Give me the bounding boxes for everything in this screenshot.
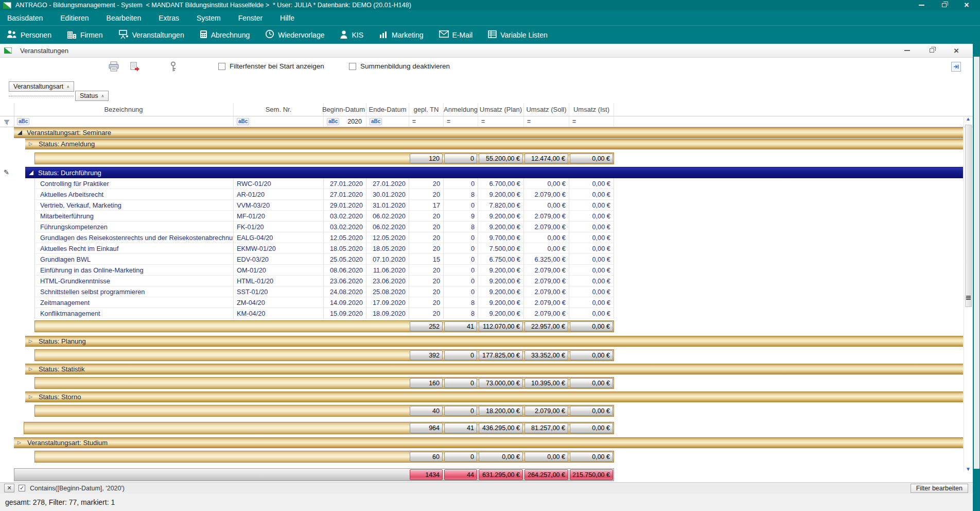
- filterfenster-checkbox[interactable]: Filterfenster bei Start anzeigen: [218, 62, 324, 70]
- column-header-ende-datum[interactable]: Ende-Datum: [366, 103, 409, 116]
- column-header-umsatz-ist[interactable]: Umsatz (Ist): [569, 103, 614, 116]
- table-row[interactable]: Konfliktmanagement KM-04/20 15.09.2020 1…: [0, 308, 973, 319]
- column-header-umsatz-plan[interactable]: Umsatz (Plan): [478, 103, 524, 116]
- filter-cell-sem-nr[interactable]: aBc: [234, 116, 324, 127]
- toolbar-veranstaltungen[interactable]: Veranstaltungen: [118, 30, 184, 40]
- table-row[interactable]: Grundlagen BWL EDV-03/20 25.05.2020 07.1…: [0, 254, 973, 265]
- summary-umsatz-plan: 18.200,00 €: [479, 406, 523, 416]
- toolbar-firmen[interactable]: Firmen: [67, 30, 103, 40]
- inner-close-button[interactable]: ×: [951, 46, 961, 55]
- group-connector-line: [9, 96, 74, 96]
- wiedervorlage-icon: [265, 29, 274, 40]
- table-row[interactable]: Grundlagen des Reisekostenrechts und der…: [0, 232, 973, 243]
- cell-umsatz-plan: 9.200,00 €: [478, 189, 524, 200]
- group-chip-veranstaltungsart[interactable]: Veranstaltungsart ∧: [9, 81, 74, 92]
- cell-sem-nr: EALG-04/20: [234, 232, 324, 243]
- filter-cell-bezeichnung[interactable]: aBc: [14, 116, 234, 127]
- export-button[interactable]: [130, 61, 140, 74]
- table-row[interactable]: Zeitmanagement ZM-04/20 14.09.2020 17.09…: [0, 297, 973, 308]
- filter-cell-beginn-datum[interactable]: aBc 2020: [324, 116, 366, 127]
- menu-bearbeiten[interactable]: Bearbeiten: [107, 14, 142, 22]
- table-row[interactable]: Vertrieb, Verkauf, Marketing VVM-03/20 2…: [0, 200, 973, 211]
- summary-umsatz-soll: 12.474,00 €: [524, 154, 568, 163]
- table-row[interactable]: Schnittstellen selbst programmieren SST-…: [0, 286, 973, 297]
- menu-extras[interactable]: Extras: [159, 14, 179, 22]
- toolbar-kis[interactable]: KIS: [340, 30, 363, 40]
- column-header-anmeldung[interactable]: Anmeldung: [444, 103, 478, 116]
- summenbildung-checkbox[interactable]: Summenbildung deaktivieren: [349, 62, 450, 70]
- column-header-beginn-datum[interactable]: Beginn-Datum: [324, 103, 366, 116]
- filter-cell-ende-datum[interactable]: aBc: [366, 116, 409, 127]
- key-button[interactable]: [170, 61, 176, 74]
- expand-icon[interactable]: ▷: [29, 367, 34, 371]
- group-row-planung[interactable]: ▷ Status: Planung: [0, 336, 973, 347]
- table-row[interactable]: Mitarbeiterführung MF-01/20 03.02.2020 0…: [0, 211, 973, 222]
- group-row-statistik[interactable]: ▷ Status: Statistik: [0, 364, 973, 374]
- window-minimize-button[interactable]: [916, 1, 926, 9]
- toolbar-personen[interactable]: Personen: [6, 30, 51, 40]
- abc-filter-icon: aBc: [17, 118, 29, 125]
- inner-restore-button[interactable]: [926, 46, 937, 55]
- expand-icon[interactable]: ▷: [29, 142, 34, 146]
- group-row-storno[interactable]: ▷ Status: Storno: [0, 391, 973, 402]
- toolbar-marketing[interactable]: Marketing: [379, 30, 423, 40]
- filter-active-checkbox[interactable]: ✓: [19, 485, 25, 491]
- column-header-bezeichnung[interactable]: Bezeichnung: [14, 103, 234, 116]
- toolbar-email[interactable]: E-Mail: [439, 30, 473, 39]
- summary-anmeldung: 0: [444, 406, 477, 416]
- group-row-durchfuehrung-selected[interactable]: Status: Durchführung: [0, 167, 973, 178]
- filter-cell-umsatz-soll[interactable]: =: [524, 116, 569, 127]
- group-chip-status[interactable]: Status ∧: [75, 91, 109, 101]
- filter-cell-umsatz-ist[interactable]: =: [569, 116, 614, 127]
- scroll-down-icon[interactable]: ▼: [966, 467, 971, 472]
- expand-icon[interactable]: ▷: [29, 395, 34, 399]
- collapse-icon[interactable]: [29, 171, 33, 175]
- group-row-studium[interactable]: ▷ Veranstaltungsart: Studium: [0, 437, 973, 448]
- table-row[interactable]: Einführung in das Online-Marketing OM-01…: [0, 265, 973, 276]
- filter-cell-gepl-tn[interactable]: =: [409, 116, 444, 127]
- cell-umsatz-soll: 0,00 €: [524, 200, 569, 211]
- menu-basisdaten[interactable]: Basisdaten: [7, 14, 43, 22]
- group-summary-statistik: 160 0 73.000,00 € 10.395,00 € 0,00 €: [0, 377, 973, 389]
- column-header-umsatz-soll[interactable]: Umsatz (Soll): [524, 103, 569, 116]
- group-row-anmeldung[interactable]: ▷ Status: Anmeldung: [0, 139, 973, 149]
- table-row[interactable]: Aktuelles Arbeitsrecht AR-01/20 27.01.20…: [0, 189, 973, 200]
- table-row[interactable]: HTML-Grundkenntnisse HTML-01/20 23.06.20…: [0, 276, 973, 286]
- table-row[interactable]: Aktuelles Recht im Einkauf EKMW-01/20 18…: [0, 243, 973, 254]
- menu-system[interactable]: System: [197, 14, 221, 22]
- filter-cell-anmeldung[interactable]: =: [444, 116, 478, 127]
- toolbar-kis-label: KIS: [352, 31, 363, 39]
- filter-close-button[interactable]: ✕: [4, 484, 14, 492]
- menu-fenster[interactable]: Fenster: [238, 14, 262, 22]
- table-row[interactable]: Controlling für Praktiker RWC-01/20 27.0…: [0, 178, 973, 189]
- group-row-seminare[interactable]: Veranstaltungsart: Seminare: [0, 127, 973, 138]
- expand-icon[interactable]: ▷: [29, 339, 34, 344]
- window-restore-button[interactable]: [939, 1, 949, 9]
- toolbar-abrechnung[interactable]: Abrechnung: [200, 30, 250, 40]
- table-row[interactable]: Führungskompetenzen FK-01/20 03.02.2020 …: [0, 222, 973, 232]
- panel-toggle-button[interactable]: [951, 62, 961, 72]
- column-header-gepl-tn[interactable]: gepl. TN: [409, 103, 444, 116]
- cell-anmeldung: 0: [444, 178, 478, 189]
- mdi-scrollbar-track[interactable]: [974, 57, 979, 469]
- scrollbar-grip-icon[interactable]: [966, 296, 971, 297]
- filter-cell-umsatz-plan[interactable]: =: [478, 116, 524, 127]
- collapse-icon[interactable]: [18, 130, 22, 135]
- inner-minimize-button[interactable]: [902, 46, 912, 55]
- print-button[interactable]: [108, 61, 119, 74]
- antrago-logo-icon: [3, 2, 11, 9]
- summary-gepl-tn: 60: [410, 452, 443, 462]
- filter-edit-button[interactable]: Filter bearbeiten: [911, 484, 968, 493]
- menu-editieren[interactable]: Editieren: [60, 14, 89, 22]
- window-close-button[interactable]: ×: [961, 1, 972, 9]
- column-header-sem-nr[interactable]: Sem. Nr.: [234, 103, 324, 116]
- menu-hilfe[interactable]: Hilfe: [280, 14, 294, 22]
- toolbar-wiedervorlage[interactable]: Wiedervorlage: [265, 29, 324, 40]
- expand-icon[interactable]: ▷: [18, 440, 23, 445]
- scrollbar-thumb[interactable]: [965, 125, 972, 307]
- scroll-up-icon[interactable]: ▲: [966, 116, 971, 122]
- group-summary-durchfuehrung: 252 41 112.070,00 € 22.957,00 € 0,00 €: [0, 320, 973, 332]
- toolbar-variable-listen[interactable]: Variable Listen: [488, 30, 548, 40]
- vertical-scrollbar[interactable]: ▲ ▼: [964, 116, 972, 472]
- summary-umsatz-plan: 177.825,00 €: [479, 350, 523, 360]
